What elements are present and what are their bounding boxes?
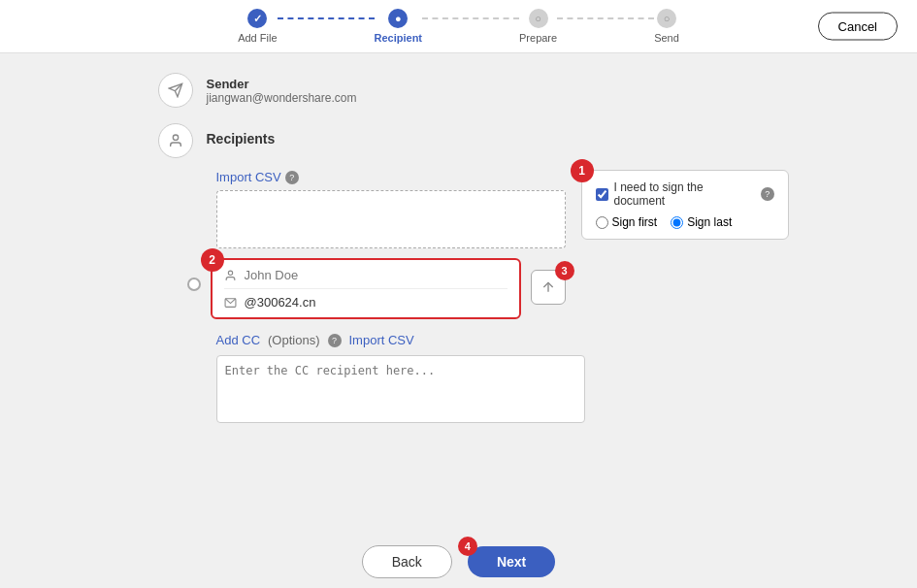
step-send: ○ Send [654, 9, 679, 44]
sender-info: Sender jiangwan@wondershare.com [207, 73, 357, 105]
add-cc-label[interactable]: Add CC [216, 333, 261, 347]
cc-help-icon[interactable]: ? [328, 334, 342, 347]
recipients-label: Recipients [207, 123, 276, 147]
cc-import-csv-label[interactable]: Import CSV [349, 333, 414, 347]
next-button[interactable]: Next4 [468, 546, 555, 577]
cc-textarea[interactable] [216, 355, 585, 423]
recipient-name-input[interactable] [245, 268, 508, 282]
import-csv-text[interactable]: Import CSV [216, 170, 281, 184]
header: ✓ Add File ● Recipient ○ Prepare ○ Send … [0, 0, 917, 53]
step-send-circle: ○ [657, 9, 676, 28]
step-recipient-circle: ● [388, 9, 408, 28]
recipient-entry-wrapper: 2 [187, 258, 789, 319]
content-area: Sender jiangwan@wondershare.com Recipien… [129, 73, 789, 427]
recipient-name-row [224, 268, 508, 289]
bottom-bar: Back Next4 [0, 535, 917, 588]
connector-2 [422, 17, 519, 19]
step-recipient-label: Recipient [375, 32, 423, 44]
recipient-card: 2 [211, 258, 521, 319]
step-prepare: ○ Prepare [519, 9, 557, 44]
sign-radio-row: Sign first Sign last [596, 215, 774, 229]
import-csv-help-icon[interactable]: ? [285, 171, 299, 184]
recipient-email-input[interactable] [245, 295, 508, 310]
svg-point-3 [228, 271, 232, 275]
recipients-section: Recipients [158, 123, 789, 158]
step-recipient: ● Recipient [375, 9, 423, 44]
sender-section: Sender jiangwan@wondershare.com [158, 73, 789, 108]
step-send-label: Send [654, 32, 679, 44]
back-button[interactable]: Back [362, 545, 452, 578]
badge-2: 2 [201, 248, 224, 272]
timeline-dot-1 [187, 278, 201, 291]
sender-label: Sender [207, 77, 357, 91]
sender-icon [158, 73, 193, 108]
main-content: Sender jiangwan@wondershare.com Recipien… [0, 53, 917, 427]
arrow-up-icon [540, 279, 556, 295]
sender-email: jiangwan@wondershare.com [207, 91, 357, 105]
sign-checkbox[interactable] [596, 188, 608, 201]
sign-checkbox-label: I need to sign the document [614, 180, 755, 208]
step-prepare-label: Prepare [519, 32, 557, 44]
recipient-email-row [224, 289, 508, 310]
import-area: Import CSV ? 1 I need to sign the docume… [216, 170, 789, 248]
csv-drop-zone[interactable] [216, 190, 566, 248]
recipient-card-container: 2 [211, 258, 521, 319]
email-icon [224, 296, 237, 310]
badge-1: 1 [571, 159, 594, 182]
sign-first-label: Sign first [612, 215, 658, 229]
sign-last-option[interactable]: Sign last [671, 215, 732, 229]
cc-section: Add CC (Options) ? Import CSV [216, 333, 789, 427]
step-prepare-circle: ○ [529, 9, 548, 28]
sign-last-label: Sign last [687, 215, 732, 229]
sign-first-radio[interactable] [596, 216, 608, 229]
recipients-icon [158, 123, 193, 158]
cc-options-label: (Options) [268, 333, 319, 347]
sign-help-icon[interactable]: ? [761, 187, 774, 201]
svg-point-2 [173, 135, 178, 140]
person-icon [224, 269, 237, 282]
step-add-file-label: Add File [238, 32, 277, 44]
step-add-file-circle: ✓ [247, 9, 267, 28]
import-csv-label: Import CSV ? [216, 170, 566, 184]
step-add-file: ✓ Add File [238, 9, 277, 44]
cancel-button[interactable]: Cancel [818, 13, 898, 41]
connector-3 [557, 17, 654, 19]
sign-last-radio[interactable] [671, 216, 683, 229]
sign-panel: 1 I need to sign the document ? Sign fir… [581, 170, 789, 240]
cc-label-row: Add CC (Options) ? Import CSV [216, 333, 789, 347]
move-up-button[interactable]: 3 [531, 270, 566, 305]
sign-checkbox-row: I need to sign the document ? [596, 180, 774, 208]
sign-first-option[interactable]: Sign first [596, 215, 658, 229]
import-left: Import CSV ? [216, 170, 566, 248]
badge-4: 4 [458, 537, 477, 556]
badge-3: 3 [555, 261, 574, 280]
connector-1 [278, 17, 375, 19]
steps-container: ✓ Add File ● Recipient ○ Prepare ○ Send [238, 9, 679, 44]
